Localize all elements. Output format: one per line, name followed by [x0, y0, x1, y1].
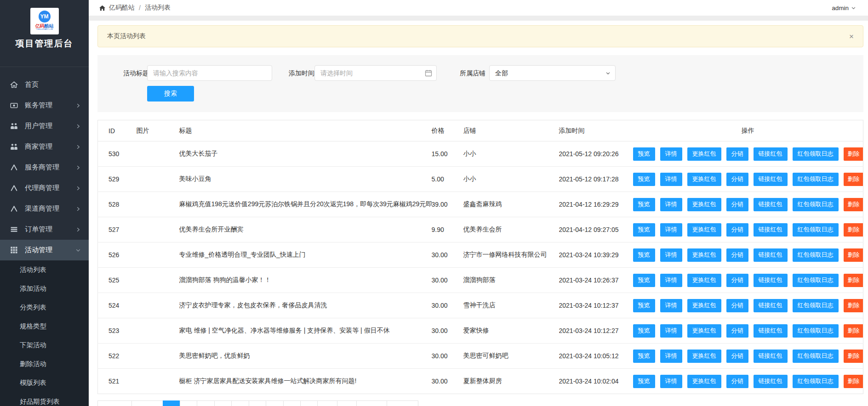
action-button-4[interactable]: 链接红包 [754, 198, 788, 211]
action-button-1[interactable]: 详情 [660, 350, 682, 363]
submenu-item-1[interactable]: 添加活动 [0, 279, 89, 298]
delete-button[interactable]: 删除 [844, 198, 863, 211]
delete-button[interactable]: 删除 [844, 375, 863, 388]
action-button-1[interactable]: 详情 [660, 173, 682, 186]
delete-button[interactable]: 删除 [844, 223, 863, 237]
action-button-5[interactable]: 红包领取日志 [793, 173, 839, 186]
action-button-4[interactable]: 链接红包 [754, 350, 788, 363]
breadcrumb-root[interactable]: 亿码酷站 [109, 4, 135, 12]
sidebar-item-7[interactable]: 订单管理 [0, 219, 89, 240]
sidebar-item-2[interactable]: 用户管理 [0, 116, 89, 136]
action-button-0[interactable]: 预览 [633, 350, 655, 363]
delete-button[interactable]: 删除 [844, 248, 863, 262]
shop-select[interactable]: 全部 [489, 65, 616, 81]
submenu-item-5[interactable]: 删除活动 [0, 355, 89, 373]
sidebar-item-4[interactable]: 服务商管理 [0, 157, 89, 178]
action-button-0[interactable]: 预览 [633, 375, 655, 388]
action-button-2[interactable]: 更换红包 [687, 248, 721, 262]
action-button-1[interactable]: 详情 [660, 223, 682, 237]
search-button[interactable]: 搜索 [147, 86, 194, 102]
delete-button[interactable]: 删除 [844, 324, 863, 338]
delete-button[interactable]: 删除 [844, 299, 863, 312]
action-button-1[interactable]: 详情 [660, 375, 682, 388]
pagination-cell-11[interactable] [317, 400, 337, 406]
action-button-4[interactable]: 链接红包 [754, 147, 788, 161]
action-button-0[interactable]: 预览 [633, 223, 655, 237]
delete-button[interactable]: 删除 [844, 350, 863, 363]
action-button-1[interactable]: 详情 [660, 324, 682, 338]
action-button-5[interactable]: 红包领取日志 [793, 198, 839, 211]
action-button-3[interactable]: 分销 [726, 173, 748, 186]
action-button-3[interactable]: 分销 [726, 223, 748, 237]
action-button-5[interactable]: 红包领取日志 [793, 147, 839, 161]
pagination-cell-12[interactable] [337, 400, 357, 406]
delete-button[interactable]: 删除 [844, 147, 863, 161]
action-button-4[interactable]: 链接红包 [754, 375, 788, 388]
action-button-2[interactable]: 更换红包 [687, 324, 721, 338]
action-button-2[interactable]: 更换红包 [687, 223, 721, 237]
action-button-2[interactable]: 更换红包 [687, 274, 721, 287]
action-button-5[interactable]: 红包领取日志 [793, 274, 839, 287]
pagination-cell-5[interactable] [214, 400, 232, 406]
pagination-cell-3[interactable] [180, 400, 197, 406]
action-button-0[interactable]: 预览 [633, 299, 655, 312]
submenu-item-0[interactable]: 活动列表 [0, 260, 89, 279]
sidebar-item-5[interactable]: 代理商管理 [0, 178, 89, 198]
action-button-4[interactable]: 链接红包 [754, 248, 788, 262]
action-button-0[interactable]: 预览 [633, 147, 655, 161]
pagination-cell-14[interactable] [387, 400, 418, 406]
action-button-0[interactable]: 预览 [633, 324, 655, 338]
action-button-5[interactable]: 红包领取日志 [793, 223, 839, 237]
title-search-input[interactable] [147, 65, 272, 81]
sidebar-item-1[interactable]: 账务管理 [0, 95, 89, 116]
pagination-cell-4[interactable] [197, 400, 215, 406]
action-button-0[interactable]: 预览 [633, 274, 655, 287]
action-button-4[interactable]: 链接红包 [754, 274, 788, 287]
action-button-3[interactable]: 分销 [726, 299, 748, 312]
action-button-2[interactable]: 更换红包 [687, 173, 721, 186]
pagination-cell-10[interactable] [300, 400, 318, 406]
sidebar-item-0[interactable]: 首页 [0, 74, 89, 95]
action-button-3[interactable]: 分销 [726, 274, 748, 287]
pagination-cell-1[interactable] [131, 400, 163, 406]
action-button-5[interactable]: 红包领取日志 [793, 375, 839, 388]
action-button-3[interactable]: 分销 [726, 248, 748, 262]
pagination-cell-2[interactable] [163, 400, 180, 406]
action-button-5[interactable]: 红包领取日志 [793, 324, 839, 338]
action-button-1[interactable]: 详情 [660, 198, 682, 211]
action-button-0[interactable]: 预览 [633, 173, 655, 186]
submenu-item-7[interactable]: 好品期货列表 [0, 392, 89, 406]
submenu-item-6[interactable]: 模版列表 [0, 373, 89, 392]
pagination-cell-6[interactable] [231, 400, 249, 406]
action-button-3[interactable]: 分销 [726, 147, 748, 161]
action-button-1[interactable]: 详情 [660, 147, 682, 161]
action-button-2[interactable]: 更换红包 [687, 350, 721, 363]
action-button-1[interactable]: 详情 [660, 299, 682, 312]
sidebar-item-8[interactable]: 活动管理 [0, 240, 89, 260]
action-button-2[interactable]: 更换红包 [687, 375, 721, 388]
action-button-0[interactable]: 预览 [633, 198, 655, 211]
action-button-5[interactable]: 红包领取日志 [793, 350, 839, 363]
pagination-cell-9[interactable] [283, 400, 301, 406]
action-button-2[interactable]: 更换红包 [687, 299, 721, 312]
action-button-2[interactable]: 更换红包 [687, 198, 721, 211]
action-button-0[interactable]: 预览 [633, 248, 655, 262]
pagination-cell-0[interactable] [97, 400, 132, 406]
user-dropdown[interactable]: admin [832, 5, 856, 11]
action-button-4[interactable]: 链接红包 [754, 173, 788, 186]
pagination-cell-13[interactable] [356, 400, 387, 406]
sidebar-item-6[interactable]: 渠道商管理 [0, 198, 89, 219]
action-button-3[interactable]: 分销 [726, 198, 748, 211]
submenu-item-4[interactable]: 下架活动 [0, 336, 89, 355]
action-button-3[interactable]: 分销 [726, 375, 748, 388]
action-button-4[interactable]: 链接红包 [754, 223, 788, 237]
pagination-cell-7[interactable] [249, 400, 266, 406]
delete-button[interactable]: 删除 [844, 274, 863, 287]
breadcrumb-current[interactable]: 活动列表 [145, 4, 171, 12]
action-button-3[interactable]: 分销 [726, 324, 748, 338]
calendar-icon[interactable] [425, 69, 432, 77]
pagination-cell-8[interactable] [266, 400, 284, 406]
action-button-4[interactable]: 链接红包 [754, 299, 788, 312]
time-picker-input[interactable] [314, 65, 437, 81]
close-icon[interactable]: × [849, 33, 854, 40]
